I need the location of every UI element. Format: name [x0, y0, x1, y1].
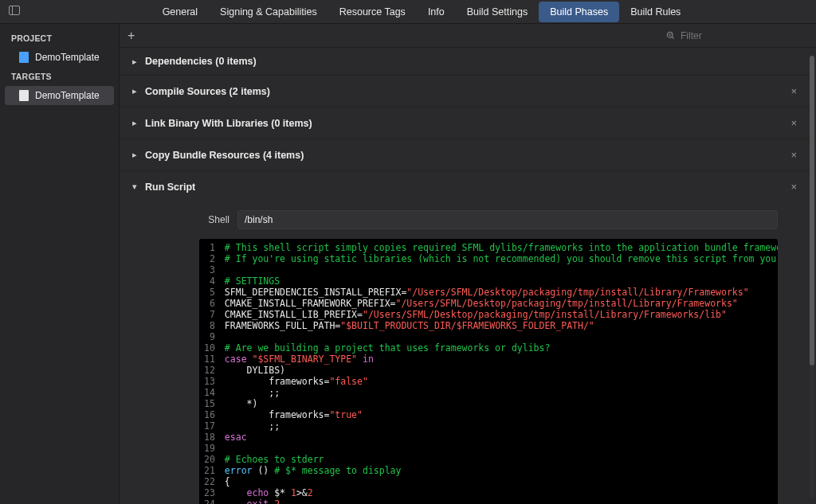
- phase-title: Compile Sources (2 items): [145, 86, 270, 97]
- phase-run-script: ▾Run Script×Shell12345678910111213141516…: [120, 171, 813, 504]
- chevron-down-icon: ▾: [131, 182, 139, 192]
- vertical-scrollbar[interactable]: [810, 56, 814, 498]
- xcodeproj-icon: [19, 52, 29, 63]
- project-navigator-sidebar: PROJECT DemoTemplate TARGETS DemoTemplat…: [0, 24, 120, 504]
- tab-signing-capabilities[interactable]: Signing & Capabilities: [209, 2, 328, 22]
- build-phases-list: ▸Dependencies (0 items)▸Compile Sources …: [120, 48, 816, 504]
- app-target-icon: [19, 90, 29, 101]
- remove-phase-button[interactable]: ×: [786, 147, 802, 162]
- phase-header-compile-sources[interactable]: ▸Compile Sources (2 items)×: [120, 76, 813, 107]
- svg-rect-0: [10, 6, 20, 15]
- add-phase-button[interactable]: +: [128, 29, 140, 43]
- phase-title: Link Binary With Libraries (0 items): [145, 118, 312, 129]
- phase-title: Run Script: [145, 182, 195, 193]
- phase-header-run-script[interactable]: ▾Run Script×: [120, 171, 813, 202]
- run-script-body: Shell12345678910111213141516171819202122…: [120, 202, 813, 504]
- tab-build-phases[interactable]: Build Phases: [539, 2, 619, 22]
- tab-info[interactable]: Info: [417, 2, 456, 22]
- shell-label: Shell: [199, 214, 230, 225]
- phase-dependencies: ▸Dependencies (0 items): [120, 48, 813, 76]
- sidebar-item-label: DemoTemplate: [35, 52, 100, 63]
- sidebar-header-targets: TARGETS: [0, 67, 119, 86]
- shell-input[interactable]: [237, 210, 778, 229]
- phase-link-binary: ▸Link Binary With Libraries (0 items)×: [120, 107, 813, 139]
- remove-phase-button[interactable]: ×: [786, 84, 802, 99]
- phases-toolbar: +: [120, 24, 816, 48]
- sidebar-item-label: DemoTemplate: [35, 90, 100, 101]
- chevron-right-icon: ▸: [131, 86, 139, 96]
- tab-build-rules[interactable]: Build Rules: [619, 2, 692, 22]
- svg-point-2: [667, 32, 673, 37]
- tab-resource-tags[interactable]: Resource Tags: [328, 2, 417, 22]
- tab-build-settings[interactable]: Build Settings: [456, 2, 539, 22]
- filter-field[interactable]: [665, 30, 808, 41]
- svg-line-3: [672, 37, 673, 38]
- code-lines[interactable]: # This shell script simply copies requir…: [222, 239, 778, 504]
- script-editor[interactable]: 123456789101112131415161718192021222324#…: [199, 239, 778, 504]
- chevron-right-icon: ▸: [131, 118, 139, 128]
- top-tabbar: GeneralSigning & CapabilitiesResource Ta…: [0, 0, 816, 24]
- phase-title: Dependencies (0 items): [145, 56, 257, 67]
- phase-title: Copy Bundle Resources (4 items): [145, 150, 304, 161]
- tab-general[interactable]: General: [151, 2, 209, 22]
- phase-header-copy-bundle[interactable]: ▸Copy Bundle Resources (4 items)×: [120, 139, 813, 170]
- phase-header-link-binary[interactable]: ▸Link Binary With Libraries (0 items)×: [120, 107, 813, 139]
- sidebar-toggle-icon[interactable]: [9, 6, 20, 18]
- chevron-right-icon: ▸: [131, 150, 139, 160]
- filter-input[interactable]: [681, 30, 808, 41]
- phase-compile-sources: ▸Compile Sources (2 items)×: [120, 76, 813, 107]
- line-gutter: 123456789101112131415161718192021222324: [199, 239, 222, 504]
- chevron-right-icon: ▸: [131, 57, 139, 67]
- phase-copy-bundle: ▸Copy Bundle Resources (4 items)×: [120, 139, 813, 171]
- editor-main: + ▸Dependencies (0 items)▸Compile Source…: [120, 24, 816, 504]
- sidebar-project-item[interactable]: DemoTemplate: [0, 48, 119, 67]
- remove-phase-button[interactable]: ×: [786, 115, 802, 131]
- sidebar-header-project: PROJECT: [0, 29, 119, 48]
- remove-phase-button[interactable]: ×: [786, 179, 802, 194]
- phase-header-dependencies[interactable]: ▸Dependencies (0 items): [120, 48, 813, 75]
- filter-icon: [665, 30, 676, 41]
- sidebar-target-item[interactable]: DemoTemplate: [5, 86, 114, 105]
